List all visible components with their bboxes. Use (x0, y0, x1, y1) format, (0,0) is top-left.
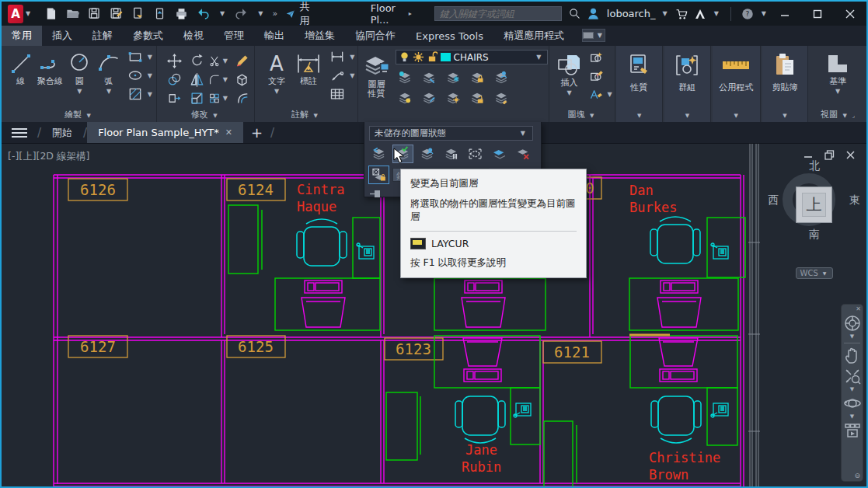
circle-button[interactable]: 圓 ▼ (64, 47, 94, 103)
undo-icon[interactable] (196, 6, 211, 21)
file-tab-document[interactable]: Floor Plan Sample_HYT* ✕ (87, 122, 243, 143)
copy-button[interactable] (163, 71, 185, 89)
layer-state-dropdown[interactable]: 未儲存的圖層狀態 ▼ (369, 126, 533, 141)
qat-more-icon[interactable]: » (272, 9, 277, 19)
ellipse-button[interactable]: ▼ (127, 66, 155, 85)
panel-view-label[interactable]: 視圖 ▼ ⌟ (809, 109, 866, 120)
layer-dropdown[interactable]: CHAIRS ▼ (396, 50, 548, 64)
app-store-caret-icon[interactable]: ▼ (714, 10, 719, 17)
layer-state-caret-icon[interactable]: ▼ (521, 130, 525, 137)
plot-icon[interactable] (174, 6, 189, 21)
save-icon[interactable] (87, 6, 102, 21)
line-button[interactable]: 線 (6, 47, 36, 103)
mirror-button[interactable] (186, 71, 207, 89)
layer-unlock-icon[interactable] (427, 51, 437, 63)
redo-icon[interactable] (234, 6, 249, 21)
viewcube-east-label[interactable]: 東 (849, 193, 860, 207)
layer-properties-button[interactable]: 圖層性質 (360, 49, 394, 99)
fillet-button[interactable]: ▼ (208, 71, 230, 89)
merge-layer-button[interactable] (489, 145, 510, 163)
steering-wheel-icon[interactable] (843, 314, 862, 333)
orbit-icon[interactable] (843, 394, 862, 413)
app-logo-icon[interactable]: A (8, 5, 23, 23)
cart-icon[interactable] (675, 7, 688, 21)
pan-hand-icon[interactable] (843, 347, 862, 365)
orbit-caret-icon[interactable]: ▼ (850, 414, 854, 420)
create-block-button[interactable] (588, 47, 615, 66)
save-to-mobile-icon[interactable] (152, 6, 167, 21)
autodesk-app-icon[interactable] (693, 7, 707, 21)
layer-walk-flyout-button[interactable] (417, 145, 437, 163)
panel-clipboard[interactable]: 剪貼簿 ▼ (762, 46, 809, 122)
help-icon[interactable]: ? (741, 7, 755, 21)
hatch-button[interactable]: ▼ (127, 85, 155, 103)
title-expand-caret-icon[interactable]: ▸ (409, 10, 412, 17)
utilities-expand-caret[interactable]: ▼ (713, 110, 760, 120)
layer-thaw-button[interactable] (444, 89, 462, 106)
edit-block-button[interactable] (588, 66, 615, 85)
search-icon[interactable] (568, 7, 581, 20)
help-caret-icon[interactable]: ▼ (762, 10, 766, 17)
save-as-icon[interactable] (109, 6, 124, 21)
layer-isolate-button[interactable] (420, 69, 438, 86)
dimension-button[interactable]: 標註 (292, 47, 324, 103)
app-menu-caret-icon[interactable]: ▼ (26, 10, 30, 17)
properties-expand-caret[interactable]: ▼ (616, 110, 662, 120)
panel-utilities[interactable]: 公用程式 ▼ (713, 46, 761, 122)
viewport-controls-label[interactable]: [-][上][2D 線架構] (8, 150, 89, 163)
layer-freeze-button[interactable] (444, 69, 462, 86)
tab-featured-apps[interactable]: 精選應用程式 (493, 26, 574, 46)
undo-caret-icon[interactable]: ▼ (220, 10, 225, 17)
doc-close-icon[interactable] (845, 150, 856, 160)
panel-properties[interactable]: 性質 ▼ (616, 46, 663, 122)
layer-on-bulb-icon[interactable] (399, 51, 410, 63)
tab-express-tools[interactable]: Express Tools (406, 26, 493, 46)
layer-on-button[interactable] (396, 89, 414, 106)
erase-button[interactable] (231, 52, 253, 70)
layer-color-swatch[interactable] (441, 53, 451, 61)
username-label[interactable]: loboarch_ (607, 8, 656, 19)
viewcube-top-face[interactable]: 上 (796, 186, 832, 223)
edit-attributes-button[interactable]: ▼ (588, 85, 615, 103)
wheel-caret-icon[interactable]: ▼ (850, 334, 854, 340)
array-button[interactable]: ▼ (208, 89, 230, 107)
tab-insert[interactable]: 插入 (42, 26, 82, 46)
layer-unisolate-button[interactable] (420, 89, 438, 106)
tab-collaborate[interactable]: 協同合作 (345, 26, 406, 46)
clipboard-expand-caret[interactable]: ▼ (762, 110, 808, 120)
move-button[interactable] (163, 52, 185, 70)
layer-match-button[interactable] (492, 89, 511, 106)
text-caret-icon[interactable]: ▼ (274, 88, 279, 95)
isolate-to-viewport-button[interactable] (465, 145, 486, 163)
tab-home[interactable]: 常用 (2, 26, 42, 46)
showmotion-icon[interactable] (843, 421, 862, 440)
viewcube-north-label[interactable]: 北 (809, 159, 820, 173)
stretch-button[interactable] (163, 89, 185, 107)
help-search-box[interactable] (434, 6, 562, 21)
rotate-button[interactable] (186, 52, 207, 70)
linear-dimension-button[interactable]: ▼ (329, 47, 357, 66)
search-input[interactable] (435, 9, 561, 19)
arc-caret-icon[interactable]: ▼ (106, 88, 111, 95)
arc-button[interactable]: 弧 ▼ (94, 47, 124, 103)
wcs-menu[interactable]: WCS▼ (796, 267, 833, 279)
window-close-button[interactable] (834, 2, 866, 26)
navbar-close-icon[interactable]: ✕ (856, 305, 861, 312)
panel-block-label[interactable]: 圖塊 ▼ (549, 109, 615, 120)
panel-annotation-label[interactable]: 註解 ▼ (255, 109, 357, 120)
window-minimize-button[interactable] (769, 2, 801, 26)
tab-addins[interactable]: 增益集 (295, 26, 345, 46)
offset-button[interactable] (231, 89, 253, 107)
file-tab-start[interactable]: 開始 (41, 122, 83, 143)
layer-walk-button[interactable] (492, 69, 511, 86)
open-folder-icon[interactable] (65, 6, 80, 21)
layer-thaw-sun-icon[interactable] (413, 51, 424, 63)
layer-vp-freeze-button[interactable] (441, 145, 462, 163)
window-maximize-button[interactable] (801, 2, 834, 26)
flyout-pin-icon[interactable] (369, 186, 382, 201)
tab-parametric[interactable]: 參數式 (123, 26, 173, 46)
open-from-mobile-icon[interactable] (131, 6, 145, 21)
table-button[interactable] (329, 85, 357, 103)
leader-button[interactable]: ▼ (329, 66, 357, 85)
new-tab-button[interactable]: + (243, 122, 270, 143)
